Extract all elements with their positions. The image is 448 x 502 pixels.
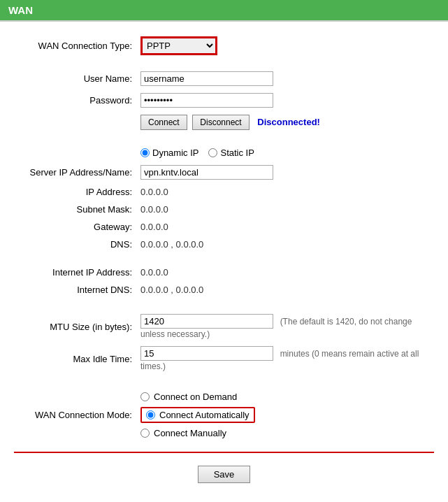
mtu-label: MTU Size (in bytes): [14,310,136,343]
server-ip-label: Server IP Address/Name: [14,162,136,183]
wan-mode-label: WAN Connection Mode: [14,388,136,442]
ip-address-label: IP Address: [14,183,136,201]
subnet-mask-label: Subnet Mask: [14,201,136,218]
username-input[interactable] [140,71,273,86]
mode-auto-wrapper: Connect Automatically [140,407,255,423]
header: WAN [0,0,448,20]
mode-demand-text: Connect on Demand [154,392,237,402]
gateway-value: 0.0.0.0 [140,222,168,232]
mode-auto-text: Connect Automatically [159,410,250,420]
username-label: User Name: [14,68,136,89]
wan-type-label: WAN Connection Type: [14,33,136,59]
connect-button[interactable]: Connect [140,115,187,130]
subnet-mask-value: 0.0.0.0 [140,204,168,215]
mode-auto-label[interactable]: Connect Automatically [140,407,430,423]
dynamic-ip-radio[interactable] [140,148,150,157]
internet-ip-label: Internet IP Address: [14,264,136,281]
dns-label: DNS: [14,236,136,253]
ip-type-radio-group: Dynamic IP Static IP [140,148,430,158]
ip-address-value: 0.0.0.0 [140,187,168,197]
mode-manual-text: Connect Manually [154,428,226,438]
save-row: Save [14,452,434,483]
wan-connection-type-select[interactable]: PPTP Dynamic IP Static IP PPPoE L2TP [140,36,217,55]
dynamic-ip-radio-label[interactable]: Dynamic IP [140,148,198,158]
mtu-input[interactable] [140,314,273,329]
gateway-label: Gateway: [14,218,136,236]
password-input[interactable] [140,93,273,108]
dynamic-ip-label: Dynamic IP [152,148,198,158]
static-ip-radio[interactable] [208,148,217,157]
mode-demand-radio[interactable] [140,392,150,401]
page-title: WAN [0,0,448,20]
password-label: Password: [14,89,136,111]
mode-manual-radio[interactable] [140,429,150,438]
mode-demand-label[interactable]: Connect on Demand [140,392,430,402]
max-idle-input[interactable] [140,346,273,361]
max-idle-label: Max Idle Time: [14,343,136,375]
save-button[interactable]: Save [198,466,251,483]
mode-auto-radio[interactable] [146,410,155,419]
static-ip-label: Static IP [220,148,254,158]
dns-value: 0.0.0.0 , 0.0.0.0 [140,239,203,250]
wan-mode-group: Connect on Demand Connect Automatically … [140,392,430,438]
internet-ip-value: 0.0.0.0 [140,267,168,278]
internet-dns-value: 0.0.0.0 , 0.0.0.0 [140,285,203,295]
connection-status: Disconnected! [257,117,320,127]
server-ip-input[interactable] [140,165,273,180]
internet-dns-label: Internet DNS: [14,281,136,299]
mode-manual-label[interactable]: Connect Manually [140,428,430,438]
disconnect-button[interactable]: Disconnect [192,115,249,130]
static-ip-radio-label[interactable]: Static IP [208,148,254,158]
